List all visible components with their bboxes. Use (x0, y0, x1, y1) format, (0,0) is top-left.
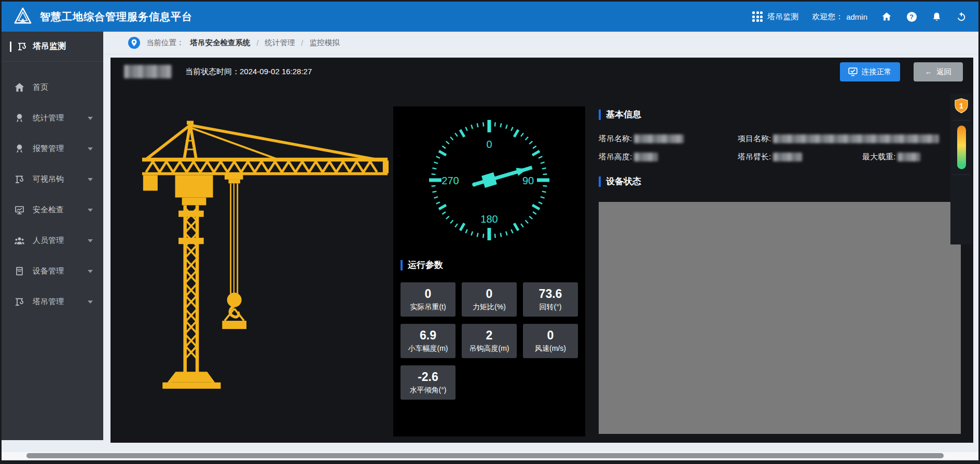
apps-grid-icon (752, 11, 763, 22)
project-name-value-redacted (773, 134, 939, 143)
crane-name-value-redacted (634, 134, 684, 143)
top-header-bar: 智慧工地综合管理服务信息平台 塔吊监测 欢迎您： admin ? (2, 2, 978, 32)
shield-badge-count: 1 (954, 98, 969, 115)
welcome-user: 欢迎您： admin (812, 12, 867, 22)
svg-text:180: 180 (480, 213, 498, 225)
field-label: 塔吊臂长: (738, 152, 771, 162)
breadcrumb: 当前位置： 塔吊安全检查系统 / 统计管理 / 监控模拟 (103, 32, 978, 54)
chevron-down-icon (88, 147, 93, 151)
connection-status-button[interactable]: 连接正常 (840, 62, 900, 81)
sidebar-item-label: 人员管理 (33, 236, 80, 245)
breadcrumb-item-simulation[interactable]: 监控模拟 (310, 38, 340, 48)
sidebar-item-crane-management[interactable]: 塔吊管理 (2, 286, 103, 317)
divider (953, 120, 970, 120)
bottom-strip (2, 440, 978, 460)
breadcrumb-item-statistics[interactable]: 统计管理 (265, 38, 295, 48)
help-icon[interactable]: ? (906, 11, 917, 22)
divider (953, 174, 970, 175)
sidebar-item-personnel[interactable]: 人员管理 (2, 225, 103, 256)
crane-hook-icon (14, 174, 25, 185)
chevron-down-icon (88, 117, 93, 120)
sidebar-item-statistics[interactable]: 统计管理 (2, 103, 103, 133)
field-label: 最大载重: (862, 152, 895, 162)
notification-bell-icon[interactable] (931, 11, 942, 22)
alarm-shield-badge[interactable]: 1 (954, 98, 969, 115)
app-switcher-crane-monitor[interactable]: 塔吊监测 (752, 11, 798, 22)
device-status-header: 设备状态 (599, 175, 963, 187)
level-indicator-capsule (957, 126, 966, 169)
breadcrumb-root: 塔吊安全检查系统 (190, 38, 251, 48)
section-accent-bar (401, 260, 403, 270)
horizontal-scrollbar-thumb[interactable] (26, 453, 944, 458)
max-load-value-redacted (898, 153, 920, 161)
sidebar-menu: 首页 统计管理 报警管理 (2, 62, 103, 317)
sidebar-header-bar (10, 42, 11, 52)
sidebar-item-safety-check[interactable]: 安全检查 (2, 195, 103, 225)
application-window: 智慧工地综合管理服务信息平台 塔吊监测 欢迎您： admin ? (0, 0, 980, 464)
sidebar-item-alarms[interactable]: 报警管理 (2, 133, 103, 164)
username: admin (846, 12, 867, 21)
crane-icon (14, 296, 25, 307)
medal-icon (14, 143, 25, 154)
param-tile-wind: 0风速(m/s) (523, 324, 578, 358)
chevron-down-icon (88, 178, 93, 181)
param-tile-moment: 0力矩比(%) (462, 282, 517, 317)
breadcrumb-separator: / (301, 39, 303, 47)
svg-text:270: 270 (441, 175, 459, 186)
field-label: 塔吊名称: (599, 134, 632, 144)
camera-thumbnail[interactable] (954, 180, 969, 209)
content-area: 当前位置： 塔吊安全检查系统 / 统计管理 / 监控模拟 当前状态时间：2024… (103, 32, 978, 440)
running-params-header: 运行参数 (401, 259, 578, 271)
home-icon (14, 82, 25, 93)
welcome-label: 欢迎您： (812, 12, 843, 22)
monitor-icon (14, 204, 25, 215)
crane-height-value-redacted (634, 153, 658, 161)
sidebar-header: 塔吊监测 (2, 32, 103, 62)
svg-text:90: 90 (522, 175, 534, 186)
home-icon[interactable] (881, 11, 892, 22)
edge-widget-strip: 1 (950, 94, 972, 244)
param-tile-rotation: 73.6回转(°) (523, 282, 578, 317)
sidebar-item-home[interactable]: 首页 (2, 72, 103, 103)
param-tile-hook-height: 2吊钩高度(m) (462, 324, 517, 358)
chevron-down-icon (88, 239, 93, 242)
field-label: 塔吊高度: (599, 152, 632, 162)
rotation-compass-gauge: 0 90 180 270 (401, 107, 578, 254)
people-icon (14, 235, 25, 246)
breadcrumb-prefix: 当前位置： (146, 38, 184, 48)
param-tile-load: 0实际吊重(t) (401, 282, 456, 317)
status-row: 当前状态时间：2024-09-02 16:28:27 连接正常 ← 返回 (111, 58, 973, 86)
section-accent-bar (599, 110, 601, 120)
sidebar-item-label: 报警管理 (33, 144, 80, 154)
medal-icon (14, 113, 25, 124)
logout-power-icon[interactable] (956, 11, 967, 22)
basic-info-header: 基本信息 (599, 108, 963, 120)
sidebar-title: 塔吊监测 (33, 41, 66, 52)
sidebar-item-label: 塔吊管理 (33, 297, 80, 307)
chevron-down-icon (88, 270, 93, 273)
back-button[interactable]: ← 返回 (914, 62, 963, 81)
sidebar: 塔吊监测 首页 统计管理 (2, 32, 103, 440)
monitoring-panel: 当前状态时间：2024-09-02 16:28:27 连接正常 ← 返回 (111, 58, 973, 443)
location-pin-icon (128, 37, 140, 49)
horizontal-scrollbar-track (2, 452, 978, 459)
page-title: 智慧工地综合管理服务信息平台 (40, 10, 192, 24)
tower-crane-illustration (134, 107, 396, 415)
param-tile-tilt: -2.6水平倾角(°) (401, 365, 456, 400)
sidebar-item-label: 首页 (33, 83, 93, 92)
field-label: 项目名称: (738, 134, 771, 144)
crane-name-redacted (124, 65, 172, 78)
crane-icon (17, 41, 27, 52)
crane-illustration-area (111, 86, 393, 443)
camera-thumbnail[interactable] (954, 214, 969, 240)
sidebar-item-label: 可视吊钩 (33, 174, 80, 184)
running-params-tiles: 0实际吊重(t) 0力矩比(%) 73.6回转(°) 6.9小车幅度(m) (401, 282, 578, 400)
sidebar-item-visual-hook[interactable]: 可视吊钩 (2, 164, 103, 195)
arm-length-value-redacted (773, 153, 802, 161)
sidebar-item-label: 安全检查 (33, 205, 80, 215)
section-accent-bar (599, 176, 601, 187)
basic-info-fields: 塔吊名称: 项目名称: 塔吊高度: (599, 134, 963, 162)
sidebar-item-equipment[interactable]: 设备管理 (2, 256, 103, 286)
breadcrumb-separator: / (257, 39, 259, 47)
device-status-video-placeholder (599, 202, 961, 434)
